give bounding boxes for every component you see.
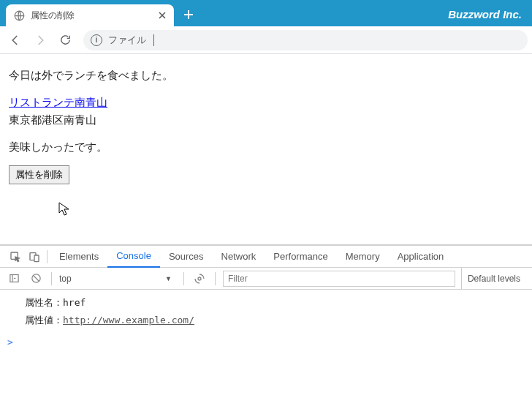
devtools-panel: Elements Console Sources Network Perform…: [0, 244, 532, 350]
devtools-tabs: Elements Console Sources Network Perform…: [0, 246, 532, 268]
separator: [215, 272, 216, 285]
chevron-down-icon: ▼: [165, 275, 172, 282]
tab-performance[interactable]: Performance: [265, 246, 336, 268]
svg-rect-3: [34, 255, 39, 262]
info-icon: i: [91, 34, 102, 46]
page-text-2: 美味しかったです。: [9, 139, 523, 156]
browser-tab[interactable]: 属性の削除: [6, 4, 174, 26]
separator: [183, 272, 184, 285]
tab-application[interactable]: Application: [389, 246, 453, 268]
console-prompt[interactable]: >: [0, 334, 532, 350]
brand-label: Buzzword Inc.: [448, 8, 532, 26]
filter-input[interactable]: [223, 271, 455, 287]
console-row: 属性名：href: [7, 294, 525, 312]
live-expression-icon[interactable]: [191, 271, 208, 287]
console-row: 属性値：http://www.example.com/: [7, 312, 525, 329]
context-label: top: [59, 274, 72, 284]
console-output: 属性名：href 属性値：http://www.example.com/: [0, 290, 532, 334]
tab-console[interactable]: Console: [107, 246, 160, 268]
page-content: 今日は外でランチを食べました。 リストランテ南青山 東京都港区南青山 美味しかっ…: [0, 54, 532, 244]
tab-title: 属性の削除: [31, 10, 151, 22]
console-sidebar-icon[interactable]: [6, 271, 22, 287]
console-row-link[interactable]: http://www.example.com/: [63, 315, 194, 326]
browser-toolbar: i ファイル: [0, 26, 532, 54]
console-row-value: href: [63, 297, 86, 308]
new-tab-button[interactable]: [178, 4, 199, 25]
page-address: 東京都港区南青山: [9, 112, 523, 129]
context-selector[interactable]: top ▼: [59, 274, 176, 284]
svg-point-6: [198, 277, 201, 280]
tab-memory[interactable]: Memory: [337, 246, 389, 268]
page-text-1: 今日は外でランチを食べました。: [9, 67, 523, 84]
tab-sources[interactable]: Sources: [160, 246, 213, 268]
separator: [47, 250, 48, 263]
reload-button[interactable]: [54, 29, 76, 51]
clear-console-icon[interactable]: [28, 271, 44, 287]
console-toolbar: top ▼ Default levels: [0, 268, 532, 290]
globe-icon: [13, 10, 25, 21]
console-row-label: 属性値：: [25, 315, 63, 326]
console-row-label: 属性名：: [25, 297, 63, 308]
inspect-icon[interactable]: [6, 247, 25, 266]
tab-close-icon[interactable]: [156, 10, 168, 21]
address-text: ファイル: [108, 34, 146, 47]
browser-titlebar: 属性の削除 Buzzword Inc.: [0, 0, 532, 26]
tab-network[interactable]: Network: [213, 246, 265, 268]
device-toggle-icon[interactable]: [25, 247, 44, 266]
caret-icon: [153, 34, 154, 46]
forward-button[interactable]: [29, 29, 51, 51]
back-button[interactable]: [4, 29, 26, 51]
separator: [51, 272, 52, 285]
log-levels[interactable]: Default levels: [461, 268, 526, 290]
remove-attribute-button[interactable]: 属性を削除: [9, 165, 69, 184]
tab-elements[interactable]: Elements: [50, 246, 107, 268]
address-bar[interactable]: i ファイル: [83, 30, 528, 50]
restaurant-link[interactable]: リストランテ南青山: [9, 96, 107, 108]
